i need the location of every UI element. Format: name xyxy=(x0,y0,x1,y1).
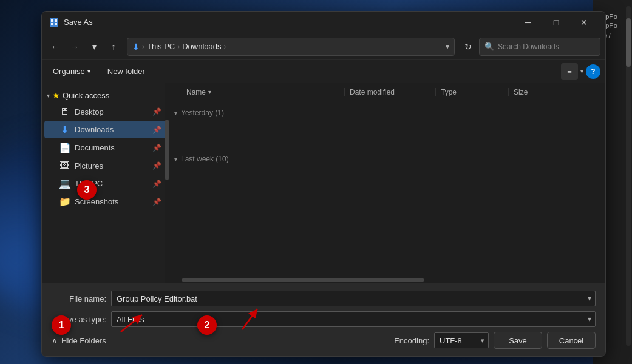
sidebar-item-pictures[interactable]: 🖼 Pictures 📌 xyxy=(44,157,166,174)
horizontal-scrollbar[interactable] xyxy=(169,277,605,283)
content-area: ▾ ★ Quick access 🖥 Desktop 📌 ⬇ Downloads… xyxy=(42,83,605,283)
bottom-panel: File name: Group Policy Editor.bat ▾ Sav… xyxy=(42,283,605,356)
encoding-select[interactable]: UTF-8 ▾ xyxy=(434,332,489,348)
breadcrumb-sep-3: › xyxy=(224,42,226,51)
sidebar-item-desktop[interactable]: 🖥 Desktop 📌 xyxy=(44,103,166,120)
save-type-dropdown-icon: ▾ xyxy=(588,315,591,323)
forward-button[interactable]: → xyxy=(66,38,83,55)
address-bar-icon: ⬇ xyxy=(132,42,140,52)
sidebar-item-screenshots[interactable]: 📁 Screenshots 📌 xyxy=(44,193,166,211)
col-header-size[interactable]: Size xyxy=(508,88,600,96)
address-bar[interactable]: ⬇ › This PC › Downloads › ▾ xyxy=(127,38,455,56)
sidebar-item-this-pc[interactable]: 💻 This PC 📌 xyxy=(44,175,166,192)
sidebar-scrollbar-thumb[interactable] xyxy=(165,120,169,180)
screenshots-label: Screenshots xyxy=(75,197,148,206)
breadcrumb-sep-1: › xyxy=(142,42,144,51)
this-pc-pin-icon: 📌 xyxy=(152,180,161,188)
organise-label: Organise xyxy=(53,67,85,76)
file-list-header: Name ▾ Date modified Type Size xyxy=(169,83,605,101)
organise-button[interactable]: Organise ▾ xyxy=(47,64,97,79)
documents-pin-icon: 📌 xyxy=(152,144,161,152)
view-options-button[interactable]: ≡ xyxy=(561,63,578,80)
save-type-input[interactable]: All Files ▾ xyxy=(111,311,596,327)
screenshots-icon: 📁 xyxy=(59,196,70,207)
save-as-dialog: Save As ─ □ ✕ ← → ▾ ↑ ⬇ › This PC › Down… xyxy=(41,11,606,357)
search-bar[interactable]: 🔍 Search Downloads xyxy=(479,38,600,56)
quick-access-header[interactable]: ▾ ★ Quick access xyxy=(42,88,169,103)
sidebar-item-documents[interactable]: 📄 Documents 📌 xyxy=(44,139,166,157)
documents-label: Documents xyxy=(75,143,148,152)
breadcrumb-this-pc[interactable]: This PC xyxy=(147,42,175,51)
sidebar-scrollbar-track[interactable] xyxy=(165,83,169,283)
group-yesterday-items xyxy=(169,120,605,150)
quick-access-label: Quick access xyxy=(63,91,109,100)
horizontal-scrollbar-thumb[interactable] xyxy=(182,278,424,282)
group-last-week-expand-icon: ▾ xyxy=(174,156,177,163)
dialog-title: Save As xyxy=(64,18,514,27)
save-label: Save xyxy=(509,336,527,345)
pictures-icon: 🖼 xyxy=(59,160,70,171)
maximize-button[interactable]: □ xyxy=(542,12,570,33)
up-button[interactable]: ↑ xyxy=(105,38,122,55)
encoding-value: UTF-8 xyxy=(440,336,462,345)
navigation-toolbar: ← → ▾ ↑ ⬇ › This PC › Downloads › ▾ ↻ 🔍 … xyxy=(42,33,605,60)
file-list-body[interactable]: ▾ Yesterday (1) ▾ Last week (10) xyxy=(169,101,605,277)
col-type-label: Type xyxy=(441,88,457,96)
view-list-icon: ≡ xyxy=(567,67,572,76)
group-last-week[interactable]: ▾ Last week (10) xyxy=(169,150,605,166)
back-button[interactable]: ← xyxy=(47,38,64,55)
hide-folders-label: Hide Folders xyxy=(61,336,106,345)
address-dropdown-button[interactable]: ▾ xyxy=(446,42,449,51)
dropdown-recent-button[interactable]: ▾ xyxy=(86,38,103,55)
col-date-label: Date modified xyxy=(350,88,395,96)
hide-folders-expand-icon: ∧ xyxy=(52,336,58,345)
file-name-label: File name: xyxy=(52,294,106,303)
save-type-value: All Files xyxy=(117,315,144,324)
hide-folders-toggle[interactable]: ∧ Hide Folders xyxy=(52,336,389,345)
cancel-button[interactable]: Cancel xyxy=(547,332,596,349)
this-pc-icon: 💻 xyxy=(59,178,70,189)
desktop-pin-icon: 📌 xyxy=(152,107,161,116)
save-type-label: Save as type: xyxy=(52,315,106,324)
right-scrollbar[interactable] xyxy=(626,6,631,346)
file-name-row: File name: Group Policy Editor.bat ▾ xyxy=(52,291,596,306)
screenshots-pin-icon: 📌 xyxy=(152,198,161,206)
col-header-date[interactable]: Date modified xyxy=(344,88,435,96)
new-folder-label: New folder xyxy=(107,67,145,76)
breadcrumb-sep-2: › xyxy=(177,42,180,51)
col-header-name[interactable]: Name ▾ xyxy=(174,88,344,96)
group-last-week-label: Last week (10) xyxy=(181,155,229,163)
search-icon: 🔍 xyxy=(484,42,494,51)
col-size-label: Size xyxy=(514,88,528,96)
svg-rect-3 xyxy=(51,23,53,25)
documents-icon: 📄 xyxy=(59,142,70,153)
close-button[interactable]: ✕ xyxy=(570,12,598,33)
help-button[interactable]: ? xyxy=(586,64,600,79)
minimize-button[interactable]: ─ xyxy=(514,12,542,33)
window-controls: ─ □ ✕ xyxy=(514,12,598,33)
col-name-sort-icon: ▾ xyxy=(208,89,211,95)
search-placeholder: Search Downloads xyxy=(498,42,559,51)
encoding-dropdown-icon: ▾ xyxy=(481,337,484,345)
title-bar: Save As ─ □ ✕ xyxy=(42,12,605,33)
svg-rect-1 xyxy=(51,19,53,22)
file-name-input[interactable]: Group Policy Editor.bat ▾ xyxy=(111,291,596,306)
save-button[interactable]: Save xyxy=(494,332,542,349)
sidebar: ▾ ★ Quick access 🖥 Desktop 📌 ⬇ Downloads… xyxy=(42,83,169,283)
col-header-type[interactable]: Type xyxy=(435,88,508,96)
group-yesterday[interactable]: ▾ Yesterday (1) xyxy=(169,104,605,120)
sidebar-item-downloads[interactable]: ⬇ Downloads 📌 xyxy=(44,121,166,138)
quick-access-expand-icon: ▾ xyxy=(47,92,50,99)
file-name-dropdown-icon: ▾ xyxy=(588,294,591,303)
downloads-label: Downloads xyxy=(75,125,148,134)
breadcrumb-downloads[interactable]: Downloads xyxy=(182,42,221,51)
quick-access-section: ▾ ★ Quick access 🖥 Desktop 📌 ⬇ Downloads… xyxy=(42,88,169,211)
refresh-button[interactable]: ↻ xyxy=(460,38,477,55)
right-scrollbar-thumb[interactable] xyxy=(626,18,631,67)
save-type-row: Save as type: All Files ▾ xyxy=(52,311,596,327)
cancel-label: Cancel xyxy=(559,336,583,345)
encoding-label: Encoding: xyxy=(394,336,429,345)
new-folder-button[interactable]: New folder xyxy=(101,64,151,79)
desktop-background: oupPo oupPo ine / Save As ─ □ ✕ xyxy=(0,0,632,364)
downloads-pin-icon: 📌 xyxy=(152,126,161,134)
